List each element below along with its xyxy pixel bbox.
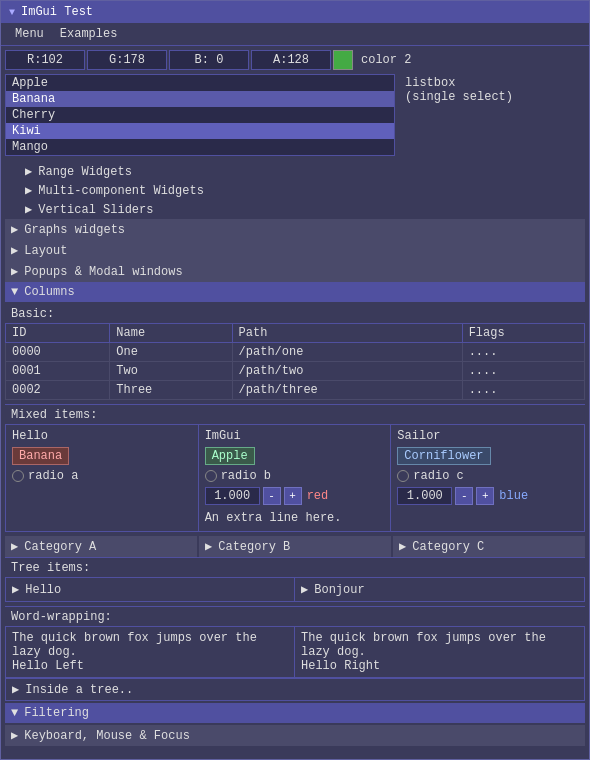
- listbox-item-banana[interactable]: Banana: [6, 91, 394, 107]
- tree-col1: ▶ Hello: [6, 578, 295, 601]
- wrap-col2-sub: Hello Right: [301, 659, 578, 673]
- stepper2-value[interactable]: 1.000: [397, 487, 452, 505]
- content-area: R:102 G:178 B: 0 A:128 color 2 Apple Ban…: [1, 46, 589, 759]
- stepper1-plus[interactable]: +: [284, 487, 302, 505]
- word-wrap-label: Word-wrapping:: [5, 606, 585, 626]
- main-window: ▼ ImGui Test Menu Examples R:102 G:178 B…: [0, 0, 590, 760]
- tree-items-label: Tree items:: [5, 557, 585, 577]
- r-field[interactable]: R:102: [5, 50, 85, 70]
- mixed-col3-header: Sailor: [397, 429, 578, 443]
- b-field[interactable]: B: 0: [169, 50, 249, 70]
- category-b-label: Category B: [218, 540, 290, 554]
- window-title: ImGui Test: [21, 5, 93, 19]
- listbox-item-apple[interactable]: Apple: [6, 75, 394, 91]
- mixed-col2-header: ImGui: [205, 429, 385, 443]
- wrap-col1-sub: Hello Left: [12, 659, 288, 673]
- listbox-info-sub: (single select): [405, 90, 513, 104]
- menu-bar: Menu Examples: [1, 23, 589, 46]
- sub-multicomp-label: Multi-component Widgets: [38, 184, 204, 198]
- arrow-right-popups: ▶: [11, 264, 18, 279]
- section-filtering[interactable]: ▼ Filtering: [5, 703, 585, 723]
- section-columns[interactable]: ▼ Columns: [5, 282, 585, 302]
- radio-c-circle[interactable]: [397, 470, 409, 482]
- banana-tag[interactable]: Banana: [12, 447, 69, 465]
- cell-name-0: One: [110, 343, 232, 362]
- columns-table: ID Name Path Flags 0000 One /path/one ..…: [5, 323, 585, 400]
- corniflower-tag[interactable]: Corniflower: [397, 447, 490, 465]
- stepper2-plus[interactable]: +: [476, 487, 494, 505]
- mixed-col1: Hello Banana radio a: [6, 425, 199, 531]
- radio-b-row: radio b: [205, 469, 385, 483]
- radio-b-label: radio b: [221, 469, 271, 483]
- col-path: Path: [232, 324, 462, 343]
- arrow-right-inside-tree: ▶: [12, 682, 19, 697]
- arrow-right-hello: ▶: [12, 582, 19, 597]
- col-flags: Flags: [462, 324, 584, 343]
- listbox-item-cherry[interactable]: Cherry: [6, 107, 394, 123]
- inside-tree-label: Inside a tree..: [25, 683, 133, 697]
- arrow-right-bonjour: ▶: [301, 582, 308, 597]
- radio-b-circle[interactable]: [205, 470, 217, 482]
- radio-a-circle[interactable]: [12, 470, 24, 482]
- arrow-right-catC: ▶: [399, 539, 406, 554]
- category-a[interactable]: ▶ Category A: [5, 536, 197, 557]
- stepper2-color: blue: [499, 489, 528, 503]
- menu-menu[interactable]: Menu: [9, 25, 50, 43]
- basic-label: Basic:: [5, 304, 585, 323]
- table-row: 0001 Two /path/two ....: [6, 362, 585, 381]
- tree-col2: ▶ Bonjour: [295, 578, 584, 601]
- menu-examples[interactable]: Examples: [54, 25, 124, 43]
- wrap-col2: The quick brown fox jumps over the lazy …: [295, 627, 584, 677]
- inside-tree-container: ▶ Inside a tree..: [5, 678, 585, 701]
- section-keyboard-label: Keyboard, Mouse & Focus: [24, 729, 190, 743]
- arrow-right-multicomp: ▶: [25, 183, 32, 198]
- g-field[interactable]: G:178: [87, 50, 167, 70]
- sub-vertical[interactable]: ▶ Vertical Sliders: [5, 200, 585, 219]
- tree-bonjour-row[interactable]: ▶ Bonjour: [301, 582, 578, 597]
- arrow-down-filtering: ▼: [11, 706, 18, 720]
- wrap-col2-text: The quick brown fox jumps over the lazy …: [301, 631, 578, 659]
- mixed-col2: ImGui Apple radio b 1.000 - + red An ext…: [199, 425, 392, 531]
- sub-multicomp[interactable]: ▶ Multi-component Widgets: [5, 181, 585, 200]
- category-row: ▶ Category A ▶ Category B ▶ Category C: [5, 536, 585, 557]
- section-popups[interactable]: ▶ Popups & Modal windows: [5, 261, 585, 282]
- tree-hello-row[interactable]: ▶ Hello: [12, 582, 288, 597]
- arrow-right-graphs: ▶: [11, 222, 18, 237]
- mixed-items-label: Mixed items:: [5, 404, 585, 424]
- cell-flags-2: ....: [462, 381, 584, 400]
- cell-name-2: Three: [110, 381, 232, 400]
- arrow-right-keyboard: ▶: [11, 728, 18, 743]
- listbox-item-kiwi[interactable]: Kiwi: [6, 123, 394, 139]
- stepper2-minus[interactable]: -: [455, 487, 473, 505]
- arrow-right-catB: ▶: [205, 539, 212, 554]
- inside-tree-row[interactable]: ▶ Inside a tree..: [6, 679, 584, 700]
- listbox-info-label: listbox: [405, 76, 513, 90]
- color2-swatch[interactable]: [333, 50, 353, 70]
- section-filtering-label: Filtering: [24, 706, 89, 720]
- sub-range-label: Range Widgets: [38, 165, 132, 179]
- sub-range[interactable]: ▶ Range Widgets: [5, 162, 585, 181]
- arrow-right-range: ▶: [25, 164, 32, 179]
- title-bar: ▼ ImGui Test: [1, 1, 589, 23]
- stepper1-minus[interactable]: -: [263, 487, 281, 505]
- color2-label: color 2: [357, 51, 415, 69]
- listbox-area: Apple Banana Cherry Kiwi Mango listbox (…: [5, 74, 585, 156]
- cell-path-1: /path/two: [232, 362, 462, 381]
- category-b[interactable]: ▶ Category B: [199, 536, 391, 557]
- section-layout[interactable]: ▶ Layout: [5, 240, 585, 261]
- radio-c-row: radio c: [397, 469, 578, 483]
- wrap-grid: The quick brown fox jumps over the lazy …: [5, 626, 585, 678]
- stepper1-value[interactable]: 1.000: [205, 487, 260, 505]
- listbox[interactable]: Apple Banana Cherry Kiwi Mango: [5, 74, 395, 156]
- extra-line: An extra line here.: [205, 509, 385, 527]
- apple-tag[interactable]: Apple: [205, 447, 255, 465]
- radio-a-label: radio a: [28, 469, 78, 483]
- title-arrow: ▼: [9, 7, 15, 18]
- listbox-item-mango[interactable]: Mango: [6, 139, 394, 155]
- category-c[interactable]: ▶ Category C: [393, 536, 585, 557]
- a-field[interactable]: A:128: [251, 50, 331, 70]
- section-keyboard[interactable]: ▶ Keyboard, Mouse & Focus: [5, 725, 585, 746]
- category-c-label: Category C: [412, 540, 484, 554]
- section-graphs[interactable]: ▶ Graphs widgets: [5, 219, 585, 240]
- arrow-down-columns: ▼: [11, 285, 18, 299]
